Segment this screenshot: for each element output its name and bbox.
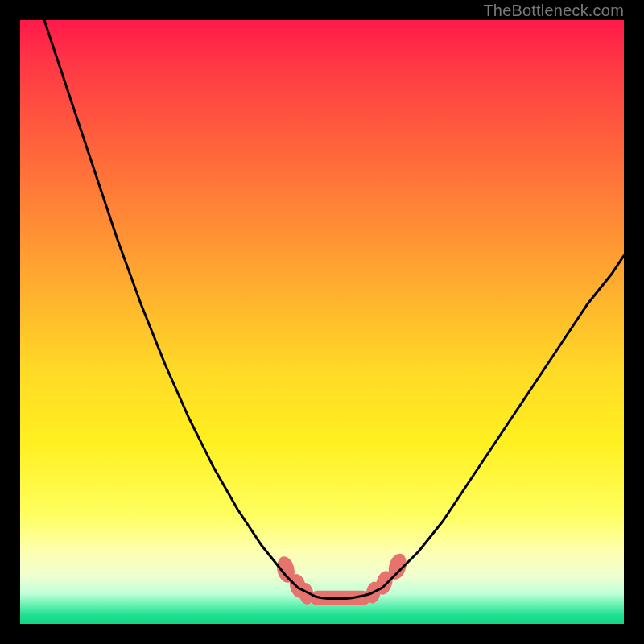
flat-band bbox=[310, 591, 370, 605]
marker-right-mid bbox=[374, 569, 394, 597]
marker-right-upper bbox=[386, 551, 409, 582]
marker-left-upper bbox=[275, 555, 296, 584]
marker-left-mid bbox=[287, 572, 308, 599]
chart-svg bbox=[20, 20, 624, 624]
bottleneck-curve bbox=[44, 20, 624, 599]
marker-right-low bbox=[365, 580, 382, 605]
chart-plot-area bbox=[20, 20, 624, 624]
watermark-text: TheBottleneck.com bbox=[483, 2, 624, 20]
marker-left-low bbox=[298, 582, 316, 605]
marker-group bbox=[275, 551, 409, 605]
